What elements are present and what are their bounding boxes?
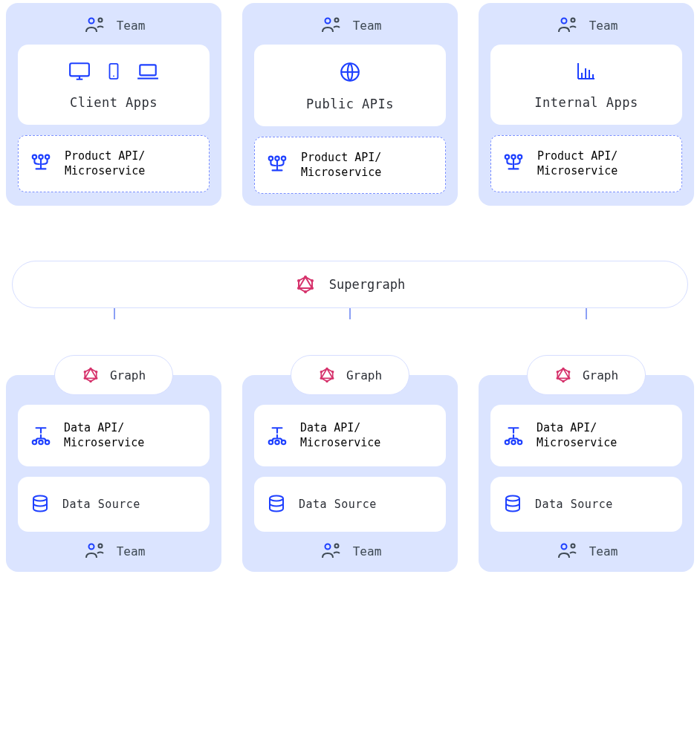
- data-source-box: Data Source: [18, 477, 210, 532]
- top-team-card-2: Team Public APIs Product API/ Microservi…: [242, 3, 458, 206]
- data-source-box: Data Source: [490, 477, 682, 532]
- data-source-label: Data Source: [62, 498, 140, 511]
- team-label: Team: [117, 19, 146, 33]
- microservice-icon: [29, 153, 53, 175]
- team-icon: [319, 542, 343, 560]
- product-api-box: Product API/ Microservice: [490, 135, 682, 192]
- supergraph-label: Supergraph: [329, 277, 405, 292]
- team-header: Team: [82, 16, 146, 34]
- team-icon: [555, 542, 579, 560]
- data-api-box: Data API/ Microservice: [490, 405, 682, 466]
- bottom-team-card-3: Graph Data API/ Microservice Data Source…: [479, 375, 694, 572]
- graph-label: Graph: [346, 368, 382, 382]
- client-apps-box: Client Apps: [18, 45, 210, 125]
- app-title: Internal Apps: [534, 95, 638, 110]
- database-icon: [502, 493, 523, 515]
- data-api-label: Data API/ Microservice: [300, 421, 380, 450]
- graph-pill: Graph: [54, 355, 173, 395]
- graph-label: Graph: [583, 368, 618, 382]
- app-icons: [575, 61, 597, 82]
- product-api-box: Product API/ Microservice: [18, 135, 210, 192]
- app-icons: [68, 61, 159, 82]
- monitor-icon: [68, 61, 91, 82]
- data-source-label: Data Source: [299, 498, 377, 511]
- supergraph-bar: Supergraph: [12, 261, 688, 308]
- team-label: Team: [589, 544, 618, 558]
- team-icon: [555, 16, 579, 34]
- graph-label: Graph: [110, 368, 146, 382]
- graph-pill: Graph: [291, 355, 409, 395]
- team-header: Team: [319, 16, 382, 34]
- data-source-box: Data Source: [254, 477, 446, 532]
- graphql-icon: [82, 366, 100, 384]
- data-api-label: Data API/ Microservice: [64, 421, 144, 450]
- team-footer: Team: [555, 542, 618, 560]
- database-icon: [266, 493, 287, 515]
- data-api-box: Data API/ Microservice: [254, 405, 446, 466]
- api-label: Product API/ Microservice: [537, 149, 618, 178]
- api-label: Product API/ Microservice: [301, 151, 381, 180]
- team-icon: [82, 542, 106, 560]
- database-icon: [30, 493, 51, 515]
- team-label: Team: [589, 19, 618, 33]
- public-apis-box: Public APIs: [254, 45, 446, 126]
- team-header: Team: [555, 16, 618, 34]
- app-title: Public APIs: [306, 97, 394, 111]
- globe-icon: [339, 61, 361, 83]
- top-team-row: Team Client Apps Product API/ Microservi…: [0, 0, 700, 206]
- top-team-card-1: Team Client Apps Product API/ Microservi…: [6, 3, 221, 206]
- product-api-box: Product API/ Microservice: [254, 137, 446, 194]
- team-icon: [82, 16, 106, 34]
- top-team-card-3: Team Internal Apps Product API/ Microser…: [479, 3, 694, 206]
- graphql-icon: [554, 366, 572, 384]
- data-source-label: Data Source: [535, 498, 613, 511]
- team-label: Team: [117, 544, 146, 558]
- api-label: Product API/ Microservice: [65, 149, 145, 178]
- graphql-icon: [295, 274, 316, 295]
- team-icon: [319, 16, 343, 34]
- microservice-icon: [265, 154, 289, 177]
- bottom-team-row: Graph Data API/ Microservice Data Source…: [0, 375, 700, 572]
- data-api-icon: [30, 425, 52, 447]
- bottom-team-card-1: Graph Data API/ Microservice Data Source…: [6, 375, 221, 572]
- team-footer: Team: [319, 542, 382, 560]
- graphql-icon: [318, 366, 336, 384]
- laptop-icon: [137, 62, 159, 81]
- bottom-team-card-2: Graph Data API/ Microservice Data Source…: [242, 375, 458, 572]
- graph-pill: Graph: [527, 355, 646, 395]
- app-title: Client Apps: [70, 95, 158, 110]
- team-label: Team: [353, 544, 382, 558]
- data-api-icon: [266, 425, 288, 447]
- data-api-icon: [502, 425, 525, 447]
- team-label: Team: [353, 19, 382, 33]
- bar-chart-icon: [575, 61, 597, 82]
- internal-apps-box: Internal Apps: [490, 45, 682, 125]
- phone-icon: [106, 61, 122, 82]
- data-api-label: Data API/ Microservice: [537, 421, 617, 450]
- team-footer: Team: [82, 542, 146, 560]
- microservice-icon: [502, 153, 525, 175]
- app-icons: [339, 61, 361, 83]
- data-api-box: Data API/ Microservice: [18, 405, 210, 466]
